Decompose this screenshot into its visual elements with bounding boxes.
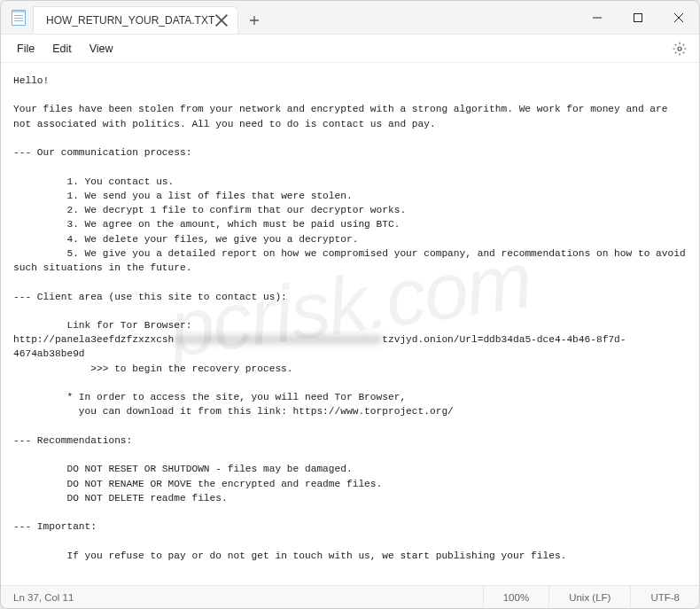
- section-communication: --- Our communication process:: [13, 147, 191, 158]
- step-1: 1. You contact us.: [66, 176, 174, 187]
- tor-note-2: you can download it from this link: http…: [66, 406, 453, 417]
- svg-point-1: [678, 47, 681, 51]
- step-2: 1. We send you a list of files that were…: [66, 191, 352, 201]
- encoding[interactable]: UTF-8: [630, 586, 699, 609]
- rec-3: DO NOT DELETE readme files.: [66, 493, 227, 504]
- notepad-window: HOW_RETURN_YOUR_DATA.TXT File Edit View: [0, 0, 700, 609]
- menubar: File Edit View: [1, 35, 699, 63]
- greeting-line: Hello!: [13, 75, 49, 86]
- section-important: --- Important:: [13, 521, 97, 532]
- window-controls: [577, 1, 699, 34]
- file-tab[interactable]: HOW_RETURN_YOUR_DATA.TXT: [33, 6, 238, 34]
- menu-file[interactable]: File: [8, 39, 43, 59]
- tor-note-1: * In order to access the site, you will …: [66, 392, 406, 402]
- tor-link-label: Link for Tor Browser: http://panela3eefd…: [13, 320, 198, 345]
- text-content-area[interactable]: Hello! Your files have been stolen from …: [1, 63, 699, 585]
- step-4: 3. We agree on the amount, which must be…: [66, 219, 400, 230]
- minimize-button[interactable]: [577, 1, 618, 34]
- tab-title: HOW_RETURN_YOUR_DATA.TXT: [46, 14, 214, 27]
- zoom-level[interactable]: 100%: [483, 586, 548, 609]
- statusbar: Ln 37, Col 11 100% Unix (LF) UTF-8: [1, 585, 699, 608]
- rec-1: DO NOT RESET OR SHUTDOWN - files may be …: [66, 464, 352, 474]
- step-6: 5. We give you a detailed report on how …: [13, 248, 691, 273]
- intro-text: Your files have been stolen from your ne…: [13, 104, 673, 129]
- menu-edit[interactable]: Edit: [43, 39, 81, 59]
- new-tab-button[interactable]: [238, 6, 270, 34]
- settings-button[interactable]: [671, 40, 688, 58]
- line-ending[interactable]: Unix (LF): [548, 586, 630, 609]
- app-icon: [1, 1, 29, 34]
- close-tab-icon[interactable]: [214, 13, 229, 27]
- rec-2: DO NOT RENAME OR MOVE the encrypted and …: [66, 479, 382, 489]
- titlebar: HOW_RETURN_YOUR_DATA.TXT: [1, 1, 699, 35]
- menu-view[interactable]: View: [81, 39, 122, 59]
- section-recommendations: --- Recommendations:: [13, 435, 132, 446]
- section-client-area: --- Client area (use this site to contac…: [13, 292, 287, 302]
- maximize-button[interactable]: [618, 1, 658, 34]
- cursor-position: Ln 37, Col 11: [1, 592, 74, 603]
- step-5: 4. We delete your files, we give you a d…: [66, 234, 358, 245]
- svg-rect-0: [634, 13, 642, 21]
- step-3: 2. We decrypt 1 file to confirm that our…: [66, 205, 406, 215]
- tor-link-redacted: xxxxxxxxxxxxxxxxxxxxxxxxxxxxxxxxxxx: [174, 334, 382, 345]
- important-1: If you refuse to pay or do not get in to…: [66, 550, 566, 561]
- close-window-button[interactable]: [658, 1, 699, 34]
- begin-recovery: >>> to begin the recovery process.: [90, 363, 292, 374]
